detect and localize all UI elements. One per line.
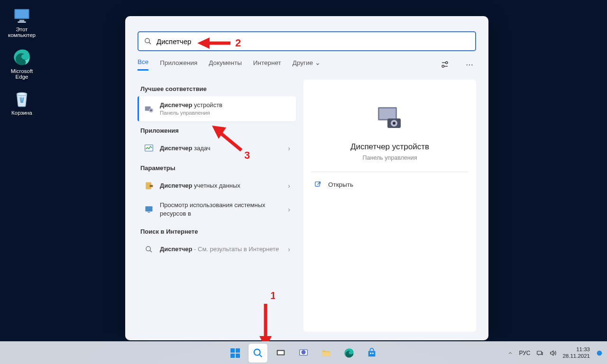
- chevron-down-icon: ⌄: [315, 59, 321, 66]
- chevron-right-icon: ›: [288, 206, 290, 213]
- search-input[interactable]: [156, 37, 469, 46]
- recycle-bin-icon: [12, 89, 32, 109]
- desktop-icons: Этот компьютер Microsoft Edge Корзина: [5, 6, 39, 116]
- edge-icon: [12, 47, 32, 67]
- result-resource-monitor[interactable]: Просмотр использования системных ресурсо…: [138, 196, 296, 222]
- desktop-item-label: Microsoft Edge: [5, 68, 39, 80]
- task-manager-icon: [143, 143, 155, 154]
- svg-rect-45: [322, 352, 331, 356]
- svg-rect-36: [236, 348, 240, 353]
- pc-icon: [12, 6, 32, 26]
- section-web: Поиск в Интернете: [138, 222, 296, 239]
- svg-point-39: [254, 349, 260, 355]
- system-tray: РУС 11:33 28.11.2021: [507, 346, 603, 360]
- chevron-right-icon: ›: [288, 246, 290, 253]
- tab-other[interactable]: Другие⌄: [293, 59, 321, 70]
- svg-point-5: [17, 92, 27, 95]
- svg-point-12: [150, 109, 152, 111]
- explorer-button[interactable]: [317, 344, 336, 363]
- section-settings: Параметры: [138, 159, 296, 175]
- desktop-item-recycle[interactable]: Корзина: [5, 89, 39, 116]
- more-button[interactable]: ⋯: [463, 58, 476, 71]
- tray-language[interactable]: РУС: [519, 350, 530, 356]
- preview-title: Диспетчер устройств: [350, 142, 429, 152]
- svg-rect-25: [315, 182, 320, 186]
- device-manager-icon: [143, 103, 155, 115]
- device-manager-large-icon: [373, 104, 406, 133]
- svg-rect-17: [148, 212, 150, 213]
- svg-rect-2: [19, 20, 25, 22]
- svg-rect-50: [537, 351, 542, 355]
- result-web-search[interactable]: Диспетчер - См. результаты в Интернете ›: [138, 239, 296, 260]
- svg-rect-15: [150, 185, 153, 187]
- chat-button[interactable]: [294, 344, 313, 363]
- tab-all[interactable]: Все: [138, 58, 148, 71]
- result-preview: Диспетчер устройств Панель управления От…: [304, 80, 476, 332]
- svg-rect-38: [236, 354, 240, 358]
- tray-clock[interactable]: 11:33 28.11.2021: [562, 346, 590, 360]
- chevron-right-icon: ›: [288, 182, 290, 190]
- search-settings-button[interactable]: [438, 58, 451, 71]
- svg-point-9: [446, 62, 448, 64]
- result-device-manager[interactable]: Диспетчер устройств Панель управления: [138, 96, 296, 121]
- section-apps: Приложения: [138, 121, 296, 138]
- desktop-item-this-pc[interactable]: Этот компьютер: [5, 6, 39, 38]
- chevron-right-icon: ›: [288, 145, 290, 152]
- monitor-icon: [143, 204, 155, 215]
- volume-icon[interactable]: [549, 349, 557, 357]
- store-button[interactable]: [362, 344, 381, 363]
- svg-point-18: [146, 246, 150, 251]
- preview-subtitle: Панель управления: [363, 155, 417, 161]
- task-view-button[interactable]: [271, 344, 290, 363]
- tab-internet[interactable]: Интернет: [253, 59, 281, 70]
- results-list: Лучшее соответствие Диспетчер устройств …: [138, 80, 296, 332]
- preview-open[interactable]: Открыть: [311, 172, 469, 197]
- tab-documents[interactable]: Документы: [209, 59, 242, 70]
- svg-point-8: [442, 65, 444, 68]
- svg-rect-49: [372, 353, 374, 354]
- svg-rect-47: [368, 351, 376, 356]
- search-input-container: [138, 31, 476, 51]
- svg-line-7: [149, 42, 151, 44]
- svg-rect-48: [370, 353, 371, 354]
- start-button[interactable]: [226, 344, 245, 363]
- desktop-item-label: Этот компьютер: [5, 27, 39, 38]
- network-icon[interactable]: [536, 349, 543, 357]
- svg-rect-1: [15, 10, 28, 18]
- search-icon: [144, 37, 152, 45]
- svg-line-19: [150, 250, 152, 252]
- svg-point-24: [393, 122, 395, 125]
- tray-chevron-up-icon[interactable]: [507, 350, 513, 356]
- edge-button[interactable]: [340, 344, 359, 363]
- open-icon: [314, 181, 322, 188]
- search-panel: Все Приложения Документы Интернет Другие…: [125, 16, 488, 340]
- search-tabs: Все Приложения Документы Интернет Другие…: [125, 51, 488, 71]
- notification-icon[interactable]: [596, 349, 603, 357]
- search-icon: [143, 244, 155, 255]
- result-task-manager[interactable]: Диспетчер задач ›: [138, 138, 296, 159]
- taskbar: РУС 11:33 28.11.2021: [0, 341, 607, 364]
- taskbar-search-button[interactable]: [248, 344, 267, 363]
- desktop-item-label: Корзина: [11, 110, 32, 116]
- svg-rect-3: [18, 21, 26, 23]
- svg-point-44: [301, 350, 305, 354]
- svg-rect-21: [379, 109, 395, 119]
- desktop-item-edge[interactable]: Microsoft Edge: [5, 47, 39, 80]
- credential-icon: [143, 180, 155, 191]
- svg-point-6: [145, 38, 149, 43]
- tab-apps[interactable]: Приложения: [160, 59, 197, 70]
- svg-rect-37: [230, 354, 235, 358]
- svg-point-51: [597, 350, 602, 355]
- svg-rect-42: [278, 351, 284, 354]
- section-best-match: Лучшее соответствие: [138, 80, 296, 96]
- svg-rect-16: [146, 206, 153, 211]
- svg-line-40: [259, 354, 262, 357]
- result-credential-manager[interactable]: Диспетчер учетных данных ›: [138, 175, 296, 196]
- svg-rect-35: [230, 348, 235, 353]
